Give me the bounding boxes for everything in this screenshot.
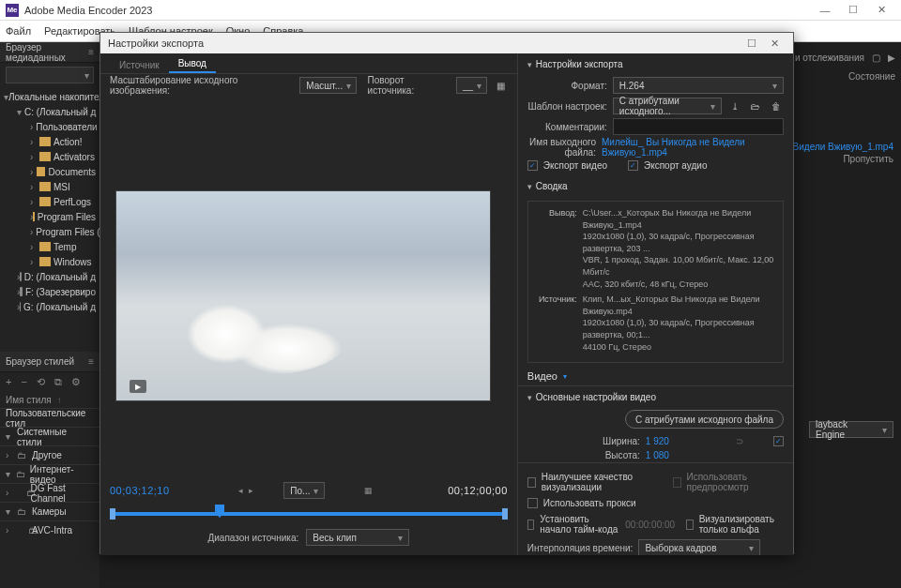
tree-folder[interactable]: ›Program Files	[0, 209, 99, 224]
tree-folder[interactable]: ›Activators	[0, 149, 99, 164]
tree-folder[interactable]: ›Program Files (	[0, 224, 99, 239]
rotate-label: Поворот источника:	[368, 75, 450, 96]
style-item[interactable]: ›🗀DG Fast Channel	[0, 483, 99, 502]
media-browser-header: Браузер медиаданных ≡	[0, 42, 99, 63]
remove-style-icon[interactable]: −	[21, 376, 26, 387]
play-queue-icon[interactable]: ▶	[888, 53, 895, 63]
tree-folder[interactable]: ›PerfLogs	[0, 194, 99, 209]
summary-box: Вывод:C:\User...х_Которых Вы Никогда не …	[527, 201, 784, 363]
dialog-maximize-button[interactable]: ☐	[741, 38, 763, 50]
minimize-button[interactable]: —	[811, 0, 839, 21]
dialog-close-button[interactable]: ✕	[763, 38, 786, 50]
step-back-icon[interactable]: ◂	[238, 486, 243, 495]
range-dropdown[interactable]: Весь клип▾	[306, 529, 409, 546]
comments-label: Комментарии:	[527, 122, 607, 132]
format-label: Формат:	[527, 81, 607, 91]
collapse-icon[interactable]: ▾	[527, 182, 532, 191]
preset-dropdown[interactable]: С атрибутами исходного...▾	[613, 98, 722, 114]
export-settings-dialog: Настройки экспорта ☐ ✕ Источник Вывод Ма…	[99, 32, 794, 554]
tree-folder[interactable]: ›MSI	[0, 179, 99, 194]
add-style-icon[interactable]: +	[6, 376, 11, 387]
media-filter-dropdown[interactable]: ▾	[6, 67, 94, 83]
alpha-only-checkbox[interactable]	[686, 520, 694, 530]
tracking-label: и отслеживания	[795, 53, 864, 63]
chevron-down-icon[interactable]: ▾	[563, 372, 567, 381]
rotate-dropdown[interactable]: __▾	[456, 77, 487, 94]
sync-style-icon[interactable]: ⟲	[37, 376, 45, 388]
status-col: Состояние	[848, 71, 895, 82]
timecode-current[interactable]: 00;03;12;10	[110, 485, 170, 496]
width-label: Ширина:	[527, 436, 640, 446]
scale-dropdown[interactable]: Масшт...▾	[299, 77, 356, 94]
range-label: Диапазон источника:	[208, 533, 299, 543]
calendar-icon[interactable]: ▦	[364, 486, 373, 495]
match-source-button[interactable]: С атрибутами исходного файла	[625, 410, 784, 429]
tree-drive-d[interactable]: ›D: (Локальный д	[0, 269, 99, 284]
link-dims-icon[interactable]: ⊃	[736, 436, 743, 446]
preset-label: Шаблон настроек:	[527, 101, 607, 112]
style-toolbar: + − ⟲ ⧉ ⚙	[0, 372, 99, 391]
app-icon: Me	[6, 4, 19, 17]
tree-folder[interactable]: ›Temp	[0, 239, 99, 254]
settings-style-icon[interactable]: ⚙	[71, 376, 81, 388]
collapse-icon[interactable]: ▾	[527, 60, 532, 69]
height-label: Высота:	[527, 450, 640, 460]
tree-folder[interactable]: ›Пользователи	[0, 119, 99, 134]
tree-drive-f[interactable]: ›F: (Зарезервиро	[0, 284, 99, 299]
timeline-track[interactable]	[110, 505, 508, 523]
tree-drive-c[interactable]: ▾C: (Локальный д	[0, 104, 99, 119]
style-item[interactable]: ›🗀Другое	[0, 445, 99, 464]
preview-area: ▶	[115, 190, 491, 401]
format-dropdown[interactable]: H.264▾	[613, 77, 784, 94]
style-item[interactable]: ▾🗀Интернет-видео	[0, 464, 99, 483]
match-width-checkbox[interactable]: ✓	[773, 436, 784, 446]
tab-source[interactable]: Источник	[110, 57, 169, 73]
fit-dropdown[interactable]: По...▾	[283, 482, 325, 499]
tree-drive-g[interactable]: ›G: (Локальный д	[0, 299, 99, 314]
height-value[interactable]: 1 080	[646, 450, 669, 460]
timecode-duration: 00;12;00;00	[448, 485, 508, 496]
style-browser-header: Браузер стилей ≡	[0, 352, 99, 372]
start-tc-checkbox[interactable]	[527, 520, 535, 530]
style-item[interactable]: ›🗀AVC-Intra	[0, 520, 99, 539]
width-value[interactable]: 1 920	[646, 436, 669, 446]
play-button[interactable]: ▶	[130, 380, 146, 393]
copy-style-icon[interactable]: ⧉	[54, 376, 62, 388]
summary-source: Клип, М...ых_Которых Вы Никогда не Видел…	[583, 294, 775, 353]
menu-file[interactable]: Файл	[6, 25, 31, 37]
output-name-link[interactable]: Милейш_ Вы Никогда не Видели Вживую_1.mp…	[602, 137, 784, 158]
save-preset-icon[interactable]: ⤓	[727, 101, 742, 112]
preview-image	[173, 285, 351, 374]
tab-output[interactable]: Вывод	[169, 55, 216, 73]
start-tc-label: Установить начало тайм-кода	[540, 514, 619, 535]
max-quality-checkbox[interactable]	[527, 477, 536, 488]
panel-menu-icon[interactable]: ≡	[88, 47, 94, 57]
step-fwd-icon[interactable]: ▸	[249, 486, 253, 495]
maximize-button[interactable]: ☐	[839, 0, 867, 21]
export-video-checkbox[interactable]: ✓	[527, 160, 538, 171]
user-styles-row[interactable]: Пользовательские стил	[0, 408, 99, 427]
video-tab[interactable]: Видео	[527, 370, 557, 382]
use-previews-label: Использовать предпросмотр	[687, 472, 784, 492]
collapse-icon[interactable]: ▾	[527, 393, 532, 402]
tree-local-drives[interactable]: ▾Локальные накопители	[0, 89, 99, 104]
use-previews-checkbox[interactable]	[673, 477, 681, 488]
tree-folder[interactable]: ›Documents	[0, 164, 99, 179]
tracking-off-icon[interactable]: ▢	[872, 53, 880, 63]
use-proxies-checkbox[interactable]	[527, 498, 538, 508]
crop-icon[interactable]: ▦	[493, 81, 507, 91]
style-item[interactable]: ▾🗀Камеры	[0, 502, 99, 520]
panel-menu-icon[interactable]: ≡	[88, 356, 94, 367]
delete-preset-icon[interactable]: 🗑	[769, 101, 784, 112]
media-tree: ▾Локальные накопители ▾C: (Локальный д ›…	[0, 87, 99, 316]
import-preset-icon[interactable]: 🗁	[748, 101, 763, 112]
interp-dropdown[interactable]: Выборка кадров▾	[638, 539, 760, 555]
system-styles-row[interactable]: ▾Системные стили	[0, 427, 99, 445]
renderer-dropdown[interactable]: layback Engine▾	[809, 421, 893, 438]
tree-folder[interactable]: ›Windows	[0, 254, 99, 269]
summary-output: C:\User...х_Которых Вы Никогда не Видели…	[583, 207, 775, 290]
export-audio-checkbox[interactable]: ✓	[628, 160, 638, 171]
comments-input[interactable]	[613, 118, 784, 135]
close-button[interactable]: ✕	[867, 0, 895, 21]
tree-folder[interactable]: ›Action!	[0, 134, 99, 149]
